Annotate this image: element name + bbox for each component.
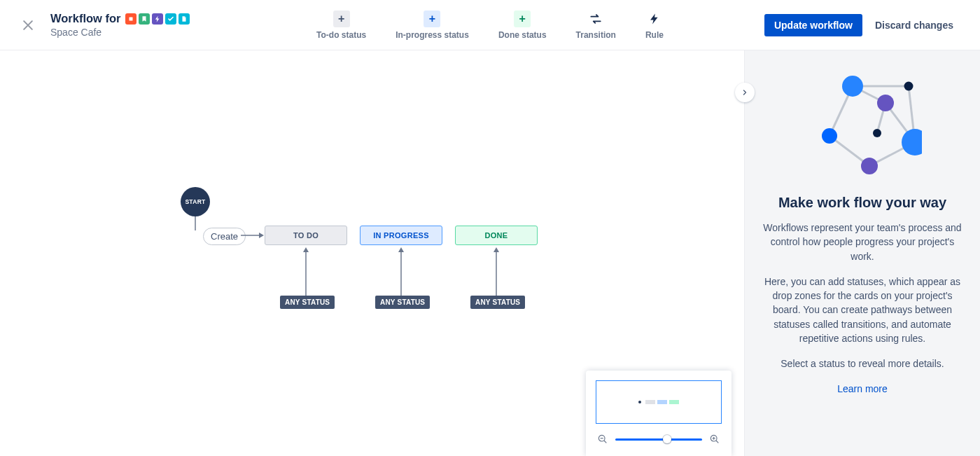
minimap-start-dot: [638, 401, 641, 403]
plus-icon: +: [514, 11, 531, 27]
any-status-label-2[interactable]: ANY STATUS: [375, 296, 430, 309]
issue-type-badge: [125, 13, 136, 25]
svg-point-22: [904, 82, 913, 91]
minimap-todo: [645, 400, 655, 404]
panel-paragraph-1: Workflows represent your team's process …: [762, 221, 963, 263]
svg-line-12: [716, 441, 718, 443]
svg-point-27: [861, 158, 878, 174]
panel-title: Make work flow your way: [762, 195, 963, 211]
toolbar-label: Transition: [576, 30, 616, 40]
svg-point-24: [873, 129, 881, 137]
toolbar-transition[interactable]: Transition: [576, 11, 616, 40]
issue-type-badge: [165, 13, 176, 25]
start-node[interactable]: START: [181, 187, 210, 216]
svg-point-21: [842, 76, 863, 97]
collapse-panel-button[interactable]: [735, 83, 755, 102]
arrow-create-todo: [241, 230, 265, 241]
svg-point-25: [822, 128, 837, 144]
arrow-any-done: [492, 247, 500, 296]
minimap: [586, 371, 732, 456]
minimap-viewport[interactable]: [596, 380, 722, 424]
zoom-in-button[interactable]: [708, 432, 722, 446]
side-panel: Make work flow your way Workflows repres…: [744, 50, 980, 456]
workflow-canvas[interactable]: START Create TO DO IN PROGRESS DONE ANY …: [0, 50, 744, 456]
svg-line-8: [604, 441, 606, 443]
svg-rect-0: [129, 17, 132, 20]
bolt-icon: [646, 11, 663, 27]
header: Workflow for Space Cafe +To-do status+In…: [0, 0, 980, 50]
svg-point-23: [877, 95, 894, 111]
toolbar: +To-do status+In-progress status+Done st…: [316, 11, 664, 40]
toolbar-done-status[interactable]: +Done status: [498, 11, 547, 40]
issue-type-badges: [125, 13, 190, 25]
connector-start-create: [195, 216, 196, 230]
status-done[interactable]: DONE: [455, 226, 538, 245]
zoom-slider[interactable]: [615, 438, 702, 441]
toolbar-label: In-progress status: [396, 30, 469, 40]
plus-icon: +: [333, 11, 350, 27]
toolbar-in-progress-status[interactable]: +In-progress status: [396, 11, 469, 40]
project-name: Space Cafe: [50, 27, 190, 38]
issue-type-badge: [178, 13, 190, 25]
create-transition[interactable]: Create: [203, 228, 246, 245]
update-workflow-button[interactable]: Update workflow: [764, 14, 862, 36]
discard-changes-button[interactable]: Discard changes: [868, 14, 960, 36]
learn-more-link[interactable]: Learn more: [837, 383, 888, 394]
any-status-label-3[interactable]: ANY STATUS: [470, 296, 525, 309]
plus-icon: +: [424, 11, 441, 27]
issue-type-badge: [152, 13, 163, 25]
title-area: Workflow for Space Cafe: [50, 12, 190, 38]
issue-type-badge: [139, 13, 150, 25]
status-in-progress[interactable]: IN PROGRESS: [360, 226, 442, 245]
svg-point-26: [902, 129, 922, 156]
zoom-out-button[interactable]: [596, 432, 610, 446]
toolbar-label: To-do status: [316, 30, 366, 40]
toolbar-label: Done status: [498, 30, 547, 40]
arrow-any-todo: [302, 247, 310, 296]
panel-illustration: [803, 74, 922, 179]
minimap-inprogress: [657, 400, 667, 404]
chevron-right-icon: [741, 88, 749, 97]
toolbar-label: Rule: [645, 30, 664, 40]
panel-paragraph-3: Select a status to reveal more details.: [762, 357, 963, 371]
status-todo[interactable]: TO DO: [265, 226, 347, 245]
minimap-done: [669, 400, 679, 404]
toolbar-to-do-status[interactable]: +To-do status: [316, 11, 366, 40]
any-status-label-1[interactable]: ANY STATUS: [280, 296, 335, 309]
transition-icon: [587, 11, 604, 27]
close-button[interactable]: [20, 17, 36, 34]
arrow-any-inprogress: [397, 247, 405, 296]
panel-paragraph-2: Here, you can add statuses, which appear…: [762, 275, 963, 345]
page-title: Workflow for: [50, 12, 121, 25]
toolbar-rule[interactable]: Rule: [645, 11, 664, 40]
